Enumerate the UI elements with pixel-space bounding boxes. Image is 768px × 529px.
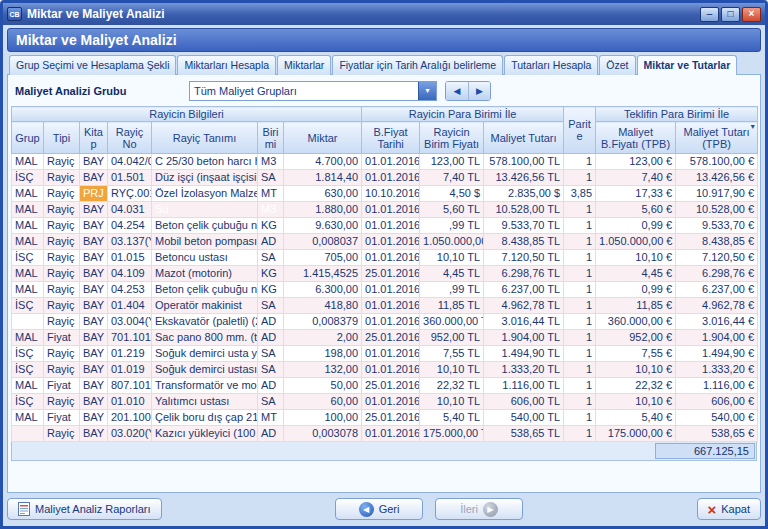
tab-miktarlar[interactable]: Miktarlar [277, 55, 331, 75]
cell-maliyet-tutari[interactable]: 1.116,00 TL [484, 378, 564, 394]
cell-maliyet-tutari[interactable]: 4.962,78 TL [484, 298, 564, 314]
cell-birim-fiyati[interactable]: 952,00 TL [420, 330, 484, 346]
cell-tipi[interactable]: Rayiç [44, 346, 80, 362]
cell-miktar[interactable]: 630,00 [284, 186, 362, 202]
cell-tipi[interactable]: Rayiç [44, 394, 80, 410]
cell-bfiyat-tarihi[interactable]: 01.01.2016 [362, 346, 420, 362]
cell-birim-fiyati[interactable]: 5,60 TL [420, 202, 484, 218]
cell-rayic-no[interactable]: 03.137(Y [108, 234, 152, 250]
cell-grup[interactable]: İSÇ [12, 250, 44, 266]
cell-birim-fiyati[interactable]: 360.000,00 TL [420, 314, 484, 330]
cell-grup[interactable]: İSÇ [12, 298, 44, 314]
cell-rayic-tanimi[interactable]: Düz işçi (inşaat işçisi) [152, 170, 258, 186]
cell-rayic-no[interactable]: 01.404 [108, 298, 152, 314]
cell-grup[interactable]: MAL [12, 202, 44, 218]
cell-maliyet-tutari-tpb[interactable]: 6.298,76 € [676, 266, 758, 282]
cell-miktar[interactable]: 50,00 [284, 378, 362, 394]
cell-maliyet-tutari-tpb[interactable]: 538,65 € [676, 426, 758, 442]
cell-birimi[interactable]: SA [258, 362, 284, 378]
cell-maliyet-tutari-tpb[interactable]: 1.333,20 € [676, 362, 758, 378]
cell-maliyet-bfiyati-tpb[interactable]: 10,10 € [596, 362, 676, 378]
cell-rayic-tanimi[interactable]: Sac pano 800 mm. (ts [152, 330, 258, 346]
cell-birim-fiyati[interactable]: 11,85 TL [420, 298, 484, 314]
cell-birim-fiyati[interactable]: 10,10 TL [420, 362, 484, 378]
cell-tipi[interactable]: Rayiç [44, 250, 80, 266]
cell-parite[interactable]: 1 [564, 266, 596, 282]
cell-maliyet-tutari-tpb[interactable]: 13.426,56 € [676, 170, 758, 186]
cell-rayic-no[interactable]: 01.501 [108, 170, 152, 186]
cell-rayic-tanimi[interactable]: Su [152, 202, 258, 218]
cell-tipi[interactable]: Rayiç [44, 314, 80, 330]
cell-birimi[interactable]: AD [258, 426, 284, 442]
cell-maliyet-bfiyati-tpb[interactable]: 11,85 € [596, 298, 676, 314]
cell-bfiyat-tarihi[interactable]: 01.01.2016 [362, 250, 420, 266]
cell-maliyet-tutari-tpb[interactable]: 1.494,90 € [676, 346, 758, 362]
cell-birimi[interactable]: AD [258, 330, 284, 346]
cell-kitap[interactable]: BAY [80, 346, 108, 362]
cell-miktar[interactable]: 0,008379 [284, 314, 362, 330]
cell-maliyet-bfiyati-tpb[interactable]: 22,32 € [596, 378, 676, 394]
cell-birim-fiyati[interactable]: 22,32 TL [420, 378, 484, 394]
cell-maliyet-tutari[interactable]: 2.835,00 $ [484, 186, 564, 202]
column-header-parite[interactable]: Parite [564, 107, 596, 154]
cell-tipi[interactable]: Rayiç [44, 154, 80, 170]
cell-maliyet-bfiyati-tpb[interactable]: 10,10 € [596, 394, 676, 410]
cell-birimi[interactable]: SA [258, 298, 284, 314]
cell-maliyet-bfiyati-tpb[interactable]: 4,45 € [596, 266, 676, 282]
cell-kitap[interactable]: BAY [80, 218, 108, 234]
cell-grup[interactable]: MAL [12, 234, 44, 250]
cell-maliyet-bfiyati-tpb[interactable]: 1.050.000,00 € [596, 234, 676, 250]
cell-maliyet-tutari-tpb[interactable]: 578.100,00 € [676, 154, 758, 170]
cell-maliyet-tutari-tpb[interactable]: 10.528,00 € [676, 202, 758, 218]
cell-maliyet-bfiyati-tpb[interactable]: 10,10 € [596, 250, 676, 266]
cell-miktar[interactable]: 132,00 [284, 362, 362, 378]
column-header-bfiyat-tarihi[interactable]: B.Fiyat Tarihi [362, 122, 420, 154]
cell-rayic-no[interactable]: 701.101 [108, 330, 152, 346]
cell-birim-fiyati[interactable]: ,99 TL [420, 218, 484, 234]
cell-rayic-no[interactable]: 04.042/0 [108, 154, 152, 170]
cell-rayic-no[interactable]: RYÇ.001 [108, 186, 152, 202]
cell-birimi[interactable]: SA [258, 170, 284, 186]
column-header-kitap[interactable]: Kitap [80, 122, 108, 154]
cell-kitap[interactable]: BAY [80, 410, 108, 426]
cell-bfiyat-tarihi[interactable]: 01.01.2016 [362, 170, 420, 186]
cell-miktar[interactable]: 418,80 [284, 298, 362, 314]
cell-rayic-no[interactable]: 807.101 [108, 378, 152, 394]
cell-grup[interactable]: İSÇ [12, 394, 44, 410]
cell-maliyet-tutari[interactable]: 10.528,00 TL [484, 202, 564, 218]
column-header-miktar[interactable]: Miktar [284, 122, 362, 154]
cell-maliyet-tutari[interactable]: 1.494,90 TL [484, 346, 564, 362]
cell-miktar[interactable]: 0,008037 [284, 234, 362, 250]
cell-birim-fiyati[interactable]: ,99 TL [420, 282, 484, 298]
cell-birimi[interactable]: KG [258, 218, 284, 234]
cell-kitap[interactable]: BAY [80, 330, 108, 346]
cell-kitap[interactable]: BAY [80, 362, 108, 378]
cell-maliyet-bfiyati-tpb[interactable]: 5,40 € [596, 410, 676, 426]
cell-kitap[interactable]: BAY [80, 234, 108, 250]
cell-bfiyat-tarihi[interactable]: 01.01.2016 [362, 362, 420, 378]
cell-parite[interactable]: 1 [564, 250, 596, 266]
cell-tipi[interactable]: Rayiç [44, 218, 80, 234]
cell-maliyet-bfiyati-tpb[interactable]: 0,99 € [596, 282, 676, 298]
cell-rayic-no[interactable]: 01.010 [108, 394, 152, 410]
cell-miktar[interactable]: 60,00 [284, 394, 362, 410]
cell-parite[interactable]: 1 [564, 154, 596, 170]
cell-birimi[interactable]: M3 [258, 202, 284, 218]
cell-kitap[interactable]: BAY [80, 202, 108, 218]
cell-tipi[interactable]: Rayiç [44, 234, 80, 250]
tab-miktarlari-hesapla[interactable]: Miktarları Hesapla [177, 55, 276, 75]
cell-rayic-no[interactable]: 04.031 [108, 202, 152, 218]
cell-rayic-tanimi[interactable]: Betoncu ustası [152, 250, 258, 266]
cell-bfiyat-tarihi[interactable]: 25.01.2016 [362, 266, 420, 282]
cell-miktar[interactable]: 2,00 [284, 330, 362, 346]
cell-parite[interactable]: 1 [564, 426, 596, 442]
cell-tipi[interactable]: Rayiç [44, 186, 80, 202]
cell-grup[interactable]: İSÇ [12, 346, 44, 362]
cell-rayic-no[interactable]: 04.109 [108, 266, 152, 282]
cell-birimi[interactable]: SA [258, 346, 284, 362]
back-button[interactable]: ◀ Geri [335, 498, 423, 520]
cell-kitap[interactable]: PRJ [80, 186, 108, 202]
cell-rayic-tanimi[interactable]: Yalıtımcı ustası [152, 394, 258, 410]
cell-rayic-no[interactable]: 01.019 [108, 362, 152, 378]
cell-maliyet-bfiyati-tpb[interactable]: 0,99 € [596, 218, 676, 234]
